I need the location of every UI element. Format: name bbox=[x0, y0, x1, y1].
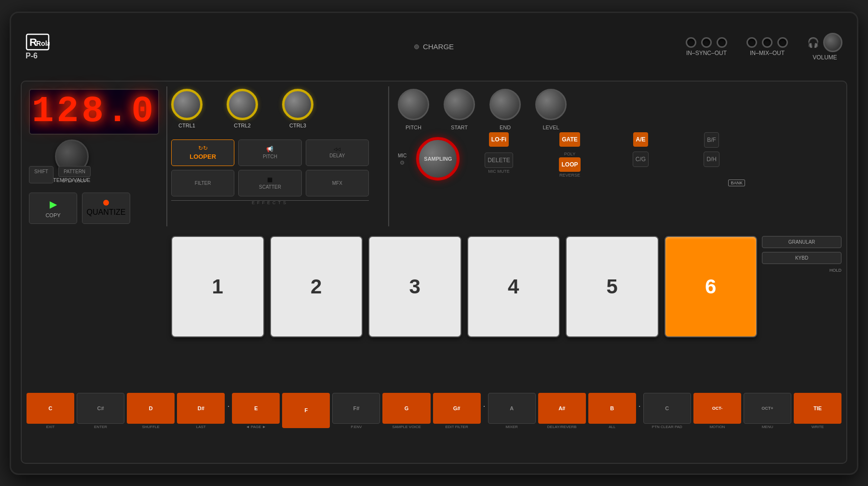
roland-p6-device: R Roland P-6 CHARGE IN–SYNC–OUT bbox=[10, 12, 858, 475]
key-e-button[interactable]: E bbox=[232, 393, 280, 424]
pitch-knob[interactable] bbox=[398, 89, 429, 120]
key-c: C EXIT bbox=[27, 393, 74, 429]
mix-jack-2 bbox=[762, 37, 773, 48]
reverse-label: REVERSE bbox=[559, 173, 580, 178]
divider-1 bbox=[166, 86, 167, 226]
pattern-button[interactable]: PATTERN bbox=[58, 166, 91, 177]
start-knob-label: START bbox=[451, 125, 468, 130]
pitch-knob-label: PITCH bbox=[406, 125, 421, 130]
ctrl2-group: CTRL2 bbox=[227, 89, 258, 128]
volume-knob[interactable] bbox=[823, 33, 842, 52]
looper-button[interactable]: ↻↻ LOOPER bbox=[171, 139, 234, 166]
key-g-button[interactable]: G bbox=[382, 393, 430, 424]
key-d-button[interactable]: D bbox=[127, 393, 175, 424]
key-dsharp-button[interactable]: D# bbox=[177, 393, 225, 424]
loop-group: POLY LOOP REVERSE bbox=[536, 152, 603, 178]
mic-label: MIC bbox=[398, 153, 407, 158]
key-gsharp-button[interactable]: G# bbox=[433, 393, 481, 424]
pad-6[interactable]: 6 bbox=[665, 236, 758, 337]
dh-button[interactable]: D/H bbox=[704, 152, 719, 167]
ae-group: A/E bbox=[607, 132, 674, 148]
mic-sampling-area: MIC SAMPLING bbox=[398, 137, 460, 181]
copy-quantize-row: ▶ COPY QUANTIZE bbox=[29, 193, 130, 224]
key-asharp-label: DELAY/REVERB bbox=[547, 425, 577, 429]
pitch-effect-button[interactable]: 📢 PITCH bbox=[238, 139, 301, 166]
ctrl1-knob[interactable] bbox=[171, 89, 203, 120]
ctrl-knobs: CTRL1 CTRL2 CTRL3 bbox=[171, 89, 313, 128]
step-loop-label: STEP LOOP bbox=[62, 179, 87, 183]
sync-label: IN–SYNC–OUT bbox=[686, 50, 727, 56]
key-b-button[interactable]: B bbox=[588, 393, 636, 424]
quantize-button[interactable]: QUANTIZE bbox=[82, 193, 130, 224]
pad-2[interactable]: 2 bbox=[270, 236, 363, 337]
key-f-button[interactable]: F bbox=[282, 393, 330, 428]
right-buttons-area: LO-Fi GATE A/E B/F DELETE MIC MUTE bbox=[465, 132, 745, 186]
mix-jacks bbox=[746, 37, 788, 48]
filter-button[interactable]: FILTER bbox=[171, 170, 234, 196]
key-c2-button[interactable]: C bbox=[643, 393, 691, 424]
key-oct-minus-label: MOTION bbox=[709, 425, 725, 429]
ctrl3-knob[interactable] bbox=[282, 89, 313, 120]
key-a-label: MIXER bbox=[505, 425, 517, 429]
cg-button[interactable]: C/G bbox=[633, 152, 649, 167]
key-b: B ALL bbox=[588, 393, 636, 429]
main-panel: 128.0 TEMPO/VALUE SHIFT PATTERN STEP LOO… bbox=[21, 81, 847, 464]
pad-5[interactable]: 5 bbox=[566, 236, 659, 337]
kybd-button[interactable]: KYBD bbox=[762, 252, 841, 264]
granular-button[interactable]: GRANULAR bbox=[762, 236, 841, 248]
pad-4[interactable]: 4 bbox=[467, 236, 560, 337]
charge-dot bbox=[414, 44, 419, 49]
sync-jack-2 bbox=[701, 37, 712, 48]
start-knob[interactable] bbox=[444, 89, 475, 120]
end-knob[interactable] bbox=[489, 89, 521, 120]
key-gsharp-label: EDIT FILTER bbox=[445, 425, 468, 429]
key-csharp-button[interactable]: C# bbox=[77, 393, 124, 424]
gate-button[interactable]: GATE bbox=[559, 132, 580, 147]
poly-label: POLY bbox=[564, 152, 575, 156]
key-c-button[interactable]: C bbox=[27, 393, 74, 424]
key-oct-minus-button[interactable]: OCT- bbox=[693, 393, 741, 424]
ae-button[interactable]: A/E bbox=[633, 132, 648, 147]
ctrl2-knob[interactable] bbox=[227, 89, 258, 120]
end-knob-label: END bbox=[500, 125, 511, 130]
end-knob-group: END bbox=[489, 89, 521, 130]
key-a-button[interactable]: A bbox=[488, 393, 536, 424]
copy-button[interactable]: ▶ COPY bbox=[29, 193, 77, 224]
key-fsharp-button[interactable]: F# bbox=[332, 393, 380, 424]
brand-logo: R Roland P-6 bbox=[26, 33, 50, 60]
lofi-button[interactable]: LO-Fi bbox=[489, 132, 509, 147]
key-asharp-button[interactable]: A# bbox=[538, 393, 586, 424]
delay-effect-button[interactable]: ◁◁ DELAY bbox=[306, 139, 369, 166]
pad-3[interactable]: 3 bbox=[368, 236, 461, 337]
key-tie-button[interactable]: TIE bbox=[794, 393, 841, 424]
level-knob[interactable] bbox=[535, 89, 567, 120]
key-fsharp: F# P.ENV bbox=[332, 393, 380, 429]
connectors: IN–SYNC–OUT IN–MIX–OUT 🎧 VOLUME bbox=[686, 33, 842, 61]
mfx-button[interactable]: MFX bbox=[306, 170, 369, 196]
ctrl1-label: CTRL1 bbox=[178, 123, 195, 128]
ctrl3-group: CTRL3 bbox=[282, 89, 313, 128]
pads-area: 1 2 3 4 5 6 bbox=[171, 236, 757, 337]
key-d: D SHUFFLE bbox=[127, 393, 175, 429]
level-knob-label: LEVEL bbox=[542, 125, 559, 130]
pad-1[interactable]: 1 bbox=[171, 236, 264, 337]
sync-jacks bbox=[686, 37, 727, 48]
effects-grid: ↻↻ LOOPER 📢 PITCH ◁◁ DELAY FILTER ▦ SCAT… bbox=[171, 139, 369, 196]
loop-button[interactable]: LOOP bbox=[559, 157, 580, 172]
charge-label: CHARGE bbox=[423, 42, 454, 51]
delete-button[interactable]: DELETE bbox=[485, 153, 513, 168]
key-oct-plus-button[interactable]: OCT+ bbox=[744, 393, 791, 424]
dot-2: · bbox=[483, 393, 486, 429]
copy-label: COPY bbox=[45, 212, 60, 218]
scatter-button[interactable]: ▦ SCATTER bbox=[238, 170, 301, 196]
effects-area: ↻↻ LOOPER 📢 PITCH ◁◁ DELAY FILTER ▦ SCAT… bbox=[171, 139, 369, 204]
mix-label: IN–MIX–OUT bbox=[750, 50, 785, 56]
key-fsharp-label: P.ENV bbox=[351, 425, 362, 429]
bf-group: B/F bbox=[678, 132, 745, 148]
key-c2-label: PTN CLEAR PAD bbox=[652, 425, 682, 429]
sampling-button[interactable]: SAMPLING bbox=[416, 137, 460, 181]
bf-button[interactable]: B/F bbox=[704, 132, 719, 148]
shift-button[interactable]: SHIFT bbox=[29, 166, 54, 183]
key-dsharp: D# LAST bbox=[177, 393, 225, 429]
pitch-label: PITCH bbox=[263, 154, 277, 159]
